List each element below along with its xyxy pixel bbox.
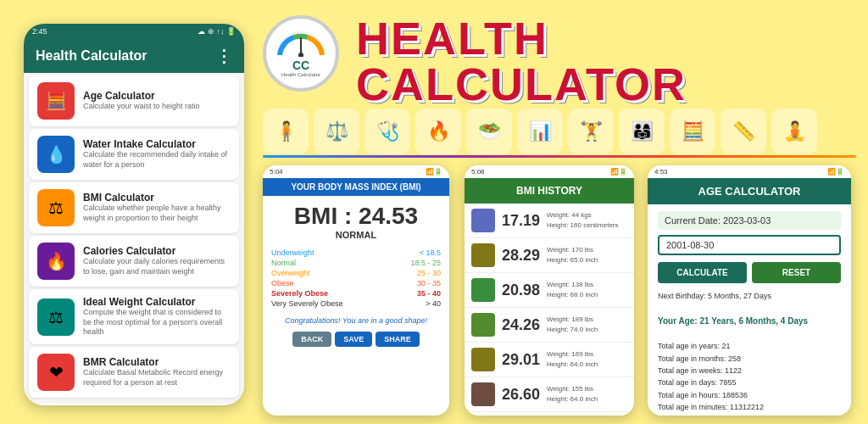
height-icon: 📏: [721, 109, 766, 154]
history-height: Height: 74.0 inch: [547, 325, 598, 335]
age-header: AGE CALCULATOR: [648, 178, 851, 204]
dob-input-value: 2001-08-30: [666, 240, 832, 250]
svg-point-1: [298, 53, 303, 57]
menu-item[interactable]: 💧 Water Intake Calculator Calculate the …: [29, 129, 239, 180]
app-logo: CC Health Calculator: [263, 15, 339, 92]
history-item-details: Weight: 189 lbs Height: 74.0 inch: [547, 315, 598, 335]
menu-icon: 🔥: [37, 243, 75, 280]
history-time: 5:08: [471, 168, 485, 176]
left-phone: 2:45 ☁ ⊕ ↑↓ 🔋 Health Calculator ⋮ 🧮 Age …: [24, 24, 244, 405]
family-icon: 👨‍👩‍👧: [619, 109, 665, 154]
current-date-value: Current Date: 2023-03-03: [665, 215, 834, 226]
history-list-item[interactable]: 28.29 Weight: 170 lbs Height: 65.0 inch: [465, 238, 634, 273]
history-item-details: Weight: 44 kgs Height: 160 centimeters: [547, 210, 619, 231]
history-height: Height: 68.0 inch: [547, 290, 598, 300]
menu-icon: 🧮: [37, 82, 75, 120]
underline-bar: [263, 155, 856, 158]
age-detail-row: Total age in years: 21: [658, 340, 841, 352]
menu-text: Age Calculator Calculate your waist to h…: [83, 90, 200, 112]
history-color-indicator: [471, 313, 495, 337]
menu-item[interactable]: ⚖ BMI Calculator Calculate whether peopl…: [29, 182, 239, 233]
menu-text: Water Intake Calculator Calculate the re…: [83, 138, 231, 170]
age-detail-row: Total age in months: 258: [658, 353, 841, 365]
reset-button[interactable]: RESET: [752, 262, 841, 283]
history-bmi-value: 28.29: [502, 247, 540, 265]
age-detail-row: Total age in weeks: 1122: [658, 365, 841, 377]
app-title-line2: CALCULATOR: [356, 61, 687, 107]
menu-text: BMI Calculator Calculate whether people …: [83, 192, 231, 223]
history-color-indicator: [471, 382, 495, 406]
history-status-bar: 5:08 📶🔋: [465, 165, 634, 178]
bmi-table: Underweight < 18.5 Normal 18.5 - 25 Over…: [263, 243, 449, 313]
menu-desc: Calculate your daily calories requiremen…: [83, 257, 231, 276]
menu-title: Age Calculator: [83, 90, 200, 102]
calculate-button[interactable]: CALCULATE: [658, 262, 747, 283]
menu-icon: ⚖: [37, 298, 75, 336]
menu-item[interactable]: ❤ BMR Calculator Calculate Basal Metabol…: [29, 347, 239, 398]
history-weight: Weight: 189 lbs: [547, 315, 598, 325]
obese-label: Obese: [271, 279, 294, 287]
normal-label: Normal: [271, 259, 296, 267]
history-height: Height: 64.0 inch: [547, 360, 598, 370]
bmi-status-bar: 5:04 📶🔋: [263, 165, 449, 178]
bmi-row-obese: Obese 30 - 35: [271, 279, 441, 287]
history-item-details: Weight: 170 lbs Height: 65.0 inch: [547, 245, 598, 265]
normal-range: 18.5 - 25: [410, 259, 441, 267]
history-height: Height: 160 centimeters: [547, 220, 619, 231]
age-phone: 4:53 📶🔋 AGE CALCULATOR Current Date: 202…: [648, 165, 851, 416]
share-button[interactable]: SHARE: [376, 332, 420, 347]
menu-list: 🧮 Age Calculator Calculate your waist to…: [24, 73, 244, 404]
menu-text: Ideal Weight Calculator Compute the weig…: [83, 296, 231, 338]
history-list-item[interactable]: 29.01 Weight: 169 lbs Height: 64.0 inch: [465, 343, 634, 377]
save-button[interactable]: SAVE: [335, 332, 372, 347]
menu-item[interactable]: 🧮 Age Calculator Calculate your waist to…: [29, 75, 239, 126]
menu-item[interactable]: 🔥 Calories Calculator Calculate your dai…: [29, 236, 239, 287]
calories-icon: 🔥: [415, 109, 461, 154]
history-list-item[interactable]: 24.26 Weight: 189 lbs Height: 74.0 inch: [465, 308, 634, 343]
history-item-details: Weight: 155 lbs Height: 64.0 inch: [547, 384, 598, 404]
next-birthday: Next Birthday: 5 Months, 27 Days: [658, 290, 841, 302]
menu-desc: Calculate Basal Metabolic Record energy …: [83, 368, 231, 388]
menu-text: BMR Calculator Calculate Basal Metabolic…: [83, 356, 231, 388]
history-height: Height: 65.0 inch: [547, 255, 598, 265]
history-items-list: 17.19 Weight: 44 kgs Height: 160 centime…: [465, 204, 634, 412]
very-severely-label: Very Severely Obese: [271, 299, 343, 308]
history-bmi-value: 26.60: [502, 386, 540, 404]
history-bmi-value: 29.01: [502, 351, 540, 369]
age-detail-row: Total age in days: 7855: [658, 377, 841, 388]
history-list-item[interactable]: 17.19 Weight: 44 kgs Height: 160 centime…: [465, 204, 634, 238]
age-time: 4:53: [654, 168, 668, 176]
very-severely-range: > 40: [426, 299, 441, 308]
current-date-row: Current Date: 2023-03-03: [658, 211, 841, 230]
bmi-action-buttons: BACK SAVE SHARE: [263, 328, 449, 350]
menu-title: BMI Calculator: [83, 192, 231, 204]
menu-desc: Compute the weight that is considered to…: [83, 308, 231, 338]
age-details-list: Total age in years: 21Total age in month…: [658, 340, 841, 416]
history-weight: Weight: 170 lbs: [547, 245, 598, 255]
bmi-status-time: 5:04: [270, 168, 283, 176]
history-list-item[interactable]: 20.98 Weight: 138 lbs Height: 68.0 inch: [465, 273, 634, 308]
bmi-header: YOUR BODY MASS INDEX (BMI): [263, 178, 449, 196]
age-detail-row: Total age in minutes: 11312212: [658, 401, 841, 413]
menu-title: Water Intake Calculator: [83, 138, 231, 150]
menu-item[interactable]: ⚖ Ideal Weight Calculator Compute the we…: [29, 289, 239, 344]
dob-input-row[interactable]: 2001-08-30: [658, 235, 841, 255]
history-phone: 5:08 📶🔋 BMI HISTORY 17.19 Weight: 44 kgs…: [465, 165, 634, 416]
bmi-number: BMI : 24.53: [266, 203, 446, 230]
nutrition-icon: 🥗: [466, 109, 512, 154]
age-detail-row: Total age in hours: 188536: [658, 389, 841, 401]
scale-icon: 📊: [517, 109, 563, 154]
menu-icon: ⚖: [37, 189, 75, 226]
history-bmi-value: 20.98: [502, 282, 540, 299]
obese-range: 30 - 35: [417, 279, 441, 287]
history-list-item[interactable]: 26.60 Weight: 155 lbs Height: 64.0 inch: [465, 377, 634, 412]
history-item-details: Weight: 138 lbs Height: 68.0 inch: [547, 280, 598, 300]
history-bmi-value: 24.26: [502, 316, 540, 334]
back-button[interactable]: BACK: [292, 332, 331, 347]
bmi-phone: 5:04 📶🔋 YOUR BODY MASS INDEX (BMI) BMI :…: [263, 165, 449, 416]
bmi-gauge-icon: ⚖️: [314, 109, 359, 154]
underweight-label: Underweight: [271, 248, 314, 257]
menu-desc: Calculate whether people have a healthy …: [83, 204, 231, 223]
history-color-indicator: [471, 209, 495, 232]
more-options-icon[interactable]: ⋮: [215, 47, 232, 64]
